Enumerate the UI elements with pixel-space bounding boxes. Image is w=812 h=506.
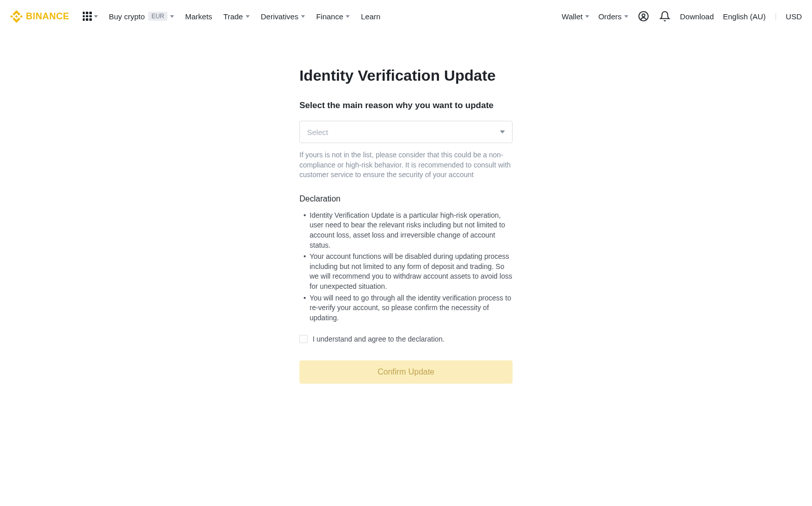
bell-icon xyxy=(659,11,670,22)
nav-label: Derivatives xyxy=(261,12,298,21)
notifications-button[interactable] xyxy=(659,10,671,22)
chevron-down-icon xyxy=(500,130,505,133)
nav-buy-crypto[interactable]: Buy crypto EUR xyxy=(109,12,174,21)
logo-text: BINANCE xyxy=(26,11,70,22)
declaration-item: Identity Verification Update is a partic… xyxy=(299,211,513,250)
main-nav: Buy crypto EUR Markets Trade Derivatives… xyxy=(109,12,381,21)
chevron-down-icon xyxy=(301,15,305,18)
nav-markets[interactable]: Markets xyxy=(185,12,212,21)
chevron-down-icon xyxy=(624,15,628,18)
nav-label: English (AU) xyxy=(723,12,765,21)
page-title: Identity Verification Update xyxy=(299,67,513,84)
nav-label: Wallet xyxy=(562,12,583,21)
nav-download[interactable]: Download xyxy=(680,12,714,21)
nav-label: Download xyxy=(680,12,714,21)
chevron-down-icon xyxy=(170,15,174,18)
logo[interactable]: BINANCE xyxy=(10,10,70,23)
nav-learn[interactable]: Learn xyxy=(361,12,380,21)
reason-label: Select the main reason why you want to u… xyxy=(299,100,513,111)
chevron-down-icon xyxy=(346,15,350,18)
nav-orders[interactable]: Orders xyxy=(598,12,628,21)
reason-select[interactable]: Select xyxy=(299,121,513,143)
user-icon xyxy=(638,11,649,22)
chevron-down-icon xyxy=(246,15,250,18)
nav-language[interactable]: English (AU) xyxy=(723,12,765,21)
agree-checkbox[interactable] xyxy=(299,335,308,343)
binance-logo-icon xyxy=(10,10,23,23)
chevron-down-icon xyxy=(585,15,589,18)
nav-label: Buy crypto xyxy=(109,12,145,21)
divider: | xyxy=(775,12,777,20)
nav-currency[interactable]: USD xyxy=(786,12,802,21)
declaration-list: Identity Verification Update is a partic… xyxy=(299,211,513,323)
confirm-update-button[interactable]: Confirm Update xyxy=(299,360,513,384)
declaration-item: Your account functions will be disabled … xyxy=(299,252,513,291)
nav-label: Finance xyxy=(316,12,343,21)
declaration-item: You will need to go through all the iden… xyxy=(299,293,513,323)
currency-badge: EUR xyxy=(148,12,167,21)
grid-icon xyxy=(83,12,92,21)
select-placeholder: Select xyxy=(307,128,328,137)
nav-label: Learn xyxy=(361,12,380,21)
header: BINANCE Buy crypto EUR Markets Trade Der… xyxy=(0,0,812,32)
nav-label: Trade xyxy=(223,12,243,21)
nav-label: USD xyxy=(786,12,802,21)
nav-finance[interactable]: Finance xyxy=(316,12,350,21)
svg-point-1 xyxy=(642,14,645,17)
agree-label: I understand and agree to the declaratio… xyxy=(313,335,445,343)
account-button[interactable] xyxy=(637,10,650,22)
apps-menu-button[interactable] xyxy=(83,12,98,21)
helper-text: If yours is not in the list, please cons… xyxy=(299,150,513,180)
nav-wallet[interactable]: Wallet xyxy=(562,12,589,21)
nav-trade[interactable]: Trade xyxy=(223,12,250,21)
right-nav: Wallet Orders Download English (AU) xyxy=(562,10,802,22)
declaration-title: Declaration xyxy=(299,194,513,204)
chevron-down-icon xyxy=(94,15,98,18)
agree-row: I understand and agree to the declaratio… xyxy=(299,335,513,343)
main-content: Identity Verification Update Select the … xyxy=(0,32,812,384)
nav-label: Markets xyxy=(185,12,212,21)
nav-derivatives[interactable]: Derivatives xyxy=(261,12,305,21)
nav-label: Orders xyxy=(598,12,622,21)
